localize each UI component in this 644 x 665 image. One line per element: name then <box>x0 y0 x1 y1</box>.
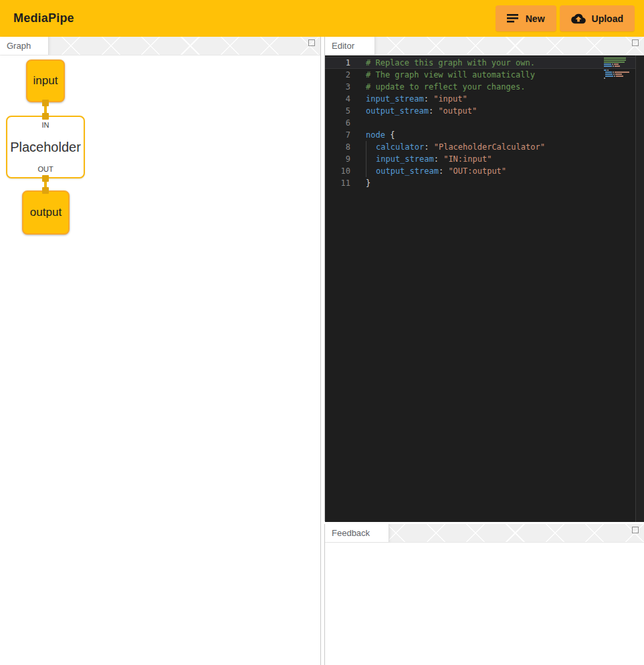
minimap-line <box>604 65 635 67</box>
code-line[interactable]: 7node { <box>325 129 644 141</box>
line-number: 7 <box>325 129 350 141</box>
subject-icon <box>507 13 520 24</box>
code-line-text: output_stream: "OUT:output" <box>366 165 506 177</box>
minimap-line <box>604 61 635 63</box>
header-buttons: New Upload <box>496 5 635 31</box>
port-icon <box>42 113 49 120</box>
new-button-label: New <box>526 13 545 24</box>
tab-editor[interactable]: Editor <box>325 37 375 55</box>
tab-graph-label: Graph <box>7 41 31 51</box>
tab-feedback[interactable]: Feedback <box>325 524 389 542</box>
code-line[interactable]: 1# Replace this graph with your own. <box>325 57 644 69</box>
page-title: MediaPipe <box>13 11 74 25</box>
code-line[interactable]: 5output_stream: "output" <box>325 105 644 117</box>
code-lines: 1# Replace this graph with your own.2# T… <box>325 55 644 189</box>
mediapipe-visualizer: MediaPipe New Upload <box>0 0 644 665</box>
code-line-text: input_stream: "IN:input" <box>366 153 492 165</box>
code-line-text: input_stream: "input" <box>366 93 467 105</box>
line-number: 8 <box>325 141 350 153</box>
graph-canvas[interactable]: input IN Placeholder OUT output <box>0 55 320 665</box>
line-number: 4 <box>325 93 350 105</box>
graph-node-placeholder[interactable]: IN Placeholder OUT <box>6 116 85 178</box>
minimap-line <box>604 68 635 69</box>
minimap-line <box>604 74 635 75</box>
tab-graph[interactable]: Graph <box>0 37 49 55</box>
graph-node-placeholder-label: Placeholder <box>10 140 81 155</box>
placeholder-in-port-label: IN <box>42 121 49 129</box>
minimap-line <box>604 78 635 79</box>
code-editor[interactable]: 1# Replace this graph with your own.2# T… <box>325 55 644 522</box>
code-line-text: # update to reflect your changes. <box>366 81 525 93</box>
code-line[interactable]: 3# update to reflect your changes. <box>325 81 644 93</box>
editor-minimap[interactable] <box>604 57 635 80</box>
port-icon <box>42 187 49 194</box>
graph-node-output[interactable]: output <box>22 190 70 235</box>
code-line-text: calculator: "PlaceholderCalculator" <box>366 141 545 153</box>
minimap-line <box>604 63 635 65</box>
graph-node-output-label: output <box>30 206 62 219</box>
line-number: 2 <box>325 69 350 81</box>
code-line[interactable]: 2# The graph view will automatically <box>325 69 644 81</box>
line-number: 5 <box>325 105 350 117</box>
tab-editor-label: Editor <box>332 41 354 51</box>
minimap-line <box>604 59 635 61</box>
code-line[interactable]: 6 <box>325 117 644 129</box>
editor-panel: Editor 1# Replace this graph with your o… <box>324 37 644 521</box>
code-line-text: # Replace this graph with your own. <box>366 57 535 69</box>
new-button[interactable]: New <box>496 5 556 31</box>
minimap-line <box>604 57 635 59</box>
editor-tabstrip: Editor <box>325 37 644 55</box>
graph-panel: Graph input IN Placeholder OUT output <box>0 37 321 665</box>
code-line[interactable]: 11} <box>325 177 644 189</box>
port-icon <box>42 100 49 106</box>
feedback-panel: Feedback <box>324 524 644 665</box>
code-line-text: output_stream: "output" <box>366 105 477 117</box>
line-number: 10 <box>325 165 350 177</box>
line-number: 1 <box>325 57 350 69</box>
code-line-text: } <box>366 177 370 189</box>
code-line[interactable]: 8calculator: "PlaceholderCalculator" <box>325 141 644 153</box>
upload-button[interactable]: Upload <box>560 5 635 31</box>
line-number: 3 <box>325 81 350 93</box>
line-number: 11 <box>325 177 350 189</box>
tab-feedback-label: Feedback <box>332 528 370 538</box>
line-number: 6 <box>325 117 350 129</box>
line-number: 9 <box>325 153 350 165</box>
editor-scrollbar[interactable] <box>635 55 644 522</box>
graph-node-input[interactable]: input <box>26 59 65 102</box>
placeholder-out-port-label: OUT <box>37 165 53 173</box>
graph-maximize-icon[interactable] <box>308 39 315 46</box>
graph-node-input-label: input <box>33 74 58 88</box>
code-line[interactable]: 4input_stream: "input" <box>325 93 644 105</box>
minimap-line <box>604 76 635 77</box>
port-icon <box>42 175 49 182</box>
upload-button-label: Upload <box>592 13 623 24</box>
minimap-line <box>604 70 635 71</box>
code-line[interactable]: 10output_stream: "OUT:output" <box>325 165 644 177</box>
editor-maximize-icon[interactable] <box>632 39 639 46</box>
code-line-text: node { <box>366 129 395 141</box>
cloud-upload-icon <box>571 13 586 25</box>
graph-tabstrip: Graph <box>0 37 320 55</box>
feedback-maximize-icon[interactable] <box>632 527 639 533</box>
minimap-line <box>604 72 635 73</box>
header: MediaPipe New Upload <box>0 0 644 37</box>
code-line-text: # The graph view will automatically <box>366 69 535 81</box>
feedback-content <box>325 543 644 665</box>
code-line[interactable]: 9input_stream: "IN:input" <box>325 153 644 165</box>
feedback-tabstrip: Feedback <box>325 524 644 543</box>
